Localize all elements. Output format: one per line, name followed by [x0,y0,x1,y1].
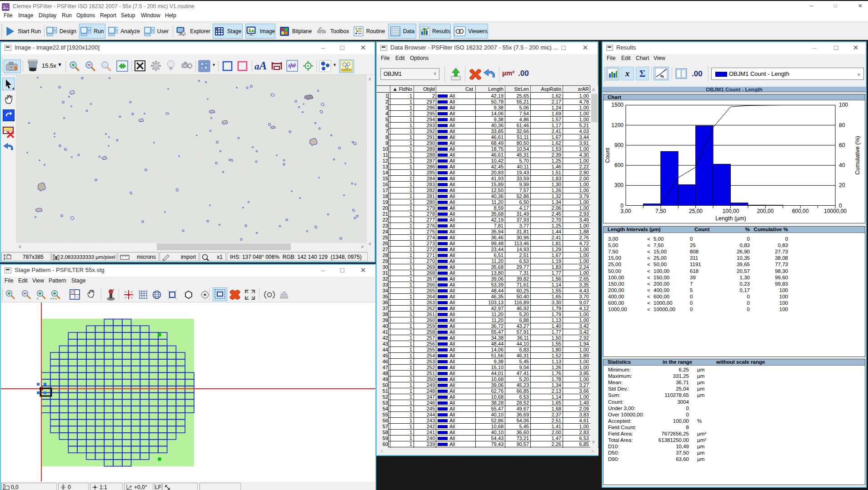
svg-text:20: 20 [839,182,845,188]
svg-text:1500: 1500 [611,102,624,108]
svg-text:Count: Count [604,148,611,163]
svg-text:+: + [36,297,39,301]
svg-text:Length (µm): Length (µm) [715,215,746,222]
svg-text:0: 0 [839,203,842,209]
svg-text:80: 80 [839,122,845,129]
svg-text:100,00: 100,00 [723,208,739,214]
svg-text:+++: +++ [50,297,57,301]
svg-text:200,00: 200,00 [757,208,774,214]
svg-text:3,00: 3,00 [620,208,631,214]
svg-text:%: % [660,74,664,79]
svg-text:25,00: 25,00 [689,208,703,214]
svg-text:40: 40 [839,162,845,168]
svg-text:7,50: 7,50 [655,208,666,214]
svg-text:10000,00: 10000,00 [824,208,847,214]
svg-text:Cumulative (%): Cumulative (%) [854,136,861,174]
svg-text:1200: 1200 [611,122,624,129]
svg-text:900: 900 [614,142,624,148]
svg-text:60: 60 [839,142,845,148]
svg-text:600,00: 600,00 [792,208,809,214]
svg-text:600: 600 [614,162,624,168]
svg-text:100: 100 [839,102,848,108]
svg-text:300: 300 [614,182,624,188]
svg-text:0: 0 [620,203,624,209]
